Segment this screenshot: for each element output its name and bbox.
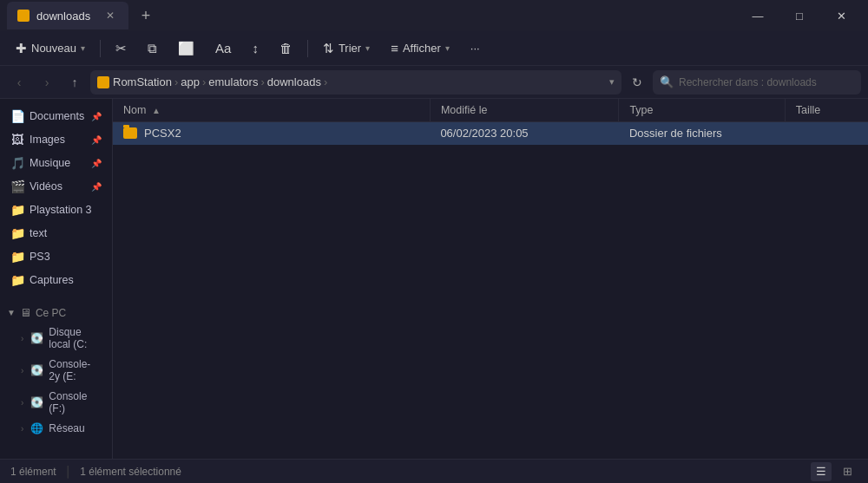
pin-icon-musique: 📌 [91, 159, 102, 168]
toolbar-separator-1 [100, 40, 101, 57]
console-f-icon: 💽 [30, 396, 43, 408]
toolbar-separator-2 [307, 40, 308, 57]
sidebar-item-ps3[interactable]: 📁 PS3 [3, 245, 108, 268]
view-button[interactable]: ≡ Afficher ▾ [382, 37, 458, 59]
item-count: 1 élément [10, 466, 56, 478]
copy-icon: ⧉ [148, 41, 157, 56]
refresh-button[interactable]: ↻ [625, 70, 649, 95]
sidebar-item-musique[interactable]: 🎵 Musique 📌 [3, 152, 108, 174]
move-icon: ↕ [252, 41, 259, 55]
console-2y-icon: 💽 [30, 364, 43, 376]
search-bar[interactable]: 🔍 [653, 70, 861, 95]
col-header-size[interactable]: Taille [785, 99, 868, 122]
detail-view-button[interactable]: ☰ [811, 462, 832, 481]
sidebar-item-playstation3[interactable]: 📁 Playstation 3 [3, 199, 108, 221]
cut-icon: ✂ [115, 41, 127, 56]
pin-icon-documents: 📌 [91, 112, 102, 121]
reseau-arrow-icon: › [21, 424, 23, 434]
file-name-wrapper: PCSX2 [123, 127, 419, 140]
images-icon: 🖼 [10, 133, 24, 147]
selected-count: 1 élément sélectionné [80, 466, 181, 478]
forward-button[interactable]: › [35, 70, 59, 95]
sort-button[interactable]: ⇅ Trier ▾ [314, 37, 378, 60]
address-path: RomStation › app › emulators › downloads… [113, 75, 330, 88]
back-button[interactable]: ‹ [7, 70, 31, 95]
delete-icon: 🗑 [279, 41, 293, 55]
toolbar: ✚ Nouveau ▾ ✂ ⧉ ⬜ Aa ↕ 🗑 ⇅ Trier ▾ ≡ Aff… [0, 31, 868, 66]
sidebar: 📄 Documents 📌 🖼 Images 📌 🎵 Musique 📌 🎬 V… [0, 99, 113, 459]
disk-c-icon: 💽 [30, 332, 43, 344]
delete-button[interactable]: 🗑 [271, 37, 301, 59]
new-button[interactable]: ✚ Nouveau ▾ [7, 37, 94, 60]
path-part-2: app [181, 75, 200, 88]
this-pc-arrow-icon: ▼ [7, 308, 16, 317]
copy-button[interactable]: ⧉ [139, 37, 166, 60]
tab-folder-icon [17, 10, 30, 22]
cut-button[interactable]: ✂ [107, 37, 135, 60]
sidebar-item-images[interactable]: 🖼 Images 📌 [3, 128, 108, 151]
rename-button[interactable]: Aa [207, 37, 240, 59]
file-table: Nom ▲ Modifié le Type Taille [113, 99, 868, 145]
path-part-1: RomStation [113, 75, 172, 88]
rename-icon: Aa [215, 41, 231, 55]
tab-close-button[interactable]: ✕ [102, 8, 118, 23]
disk-c-arrow-icon: › [21, 334, 23, 343]
reseau-icon: 🌐 [30, 422, 43, 434]
up-button[interactable]: ↑ [62, 70, 87, 95]
sidebar-item-documents[interactable]: 📄 Documents 📌 [3, 105, 108, 127]
file-name-cell: PCSX2 [113, 122, 430, 145]
col-header-type[interactable]: Type [619, 99, 785, 122]
sidebar-item-captures[interactable]: 📁 Captures [3, 269, 108, 291]
status-separator: │ [65, 466, 72, 478]
maximize-button[interactable]: □ [779, 2, 819, 29]
sidebar-item-disk-c[interactable]: › 💽 Disque local (C: [3, 323, 108, 354]
sidebar-item-text[interactable]: 📁 text [3, 222, 108, 245]
pin-icon-images: 📌 [91, 135, 102, 145]
ps3-folder-icon: 📁 [10, 250, 24, 264]
sidebar-item-console-2y[interactable]: › 💽 Console-2y (E: [3, 355, 108, 386]
col-header-name[interactable]: Nom ▲ [113, 99, 430, 122]
playstation3-folder-icon: 📁 [10, 203, 24, 217]
close-button[interactable]: ✕ [821, 2, 861, 29]
address-folder-icon [97, 76, 109, 88]
status-bar-right: ☰ ⊞ [811, 462, 858, 481]
file-modified-cell: 06/02/2023 20:05 [430, 122, 619, 145]
title-bar: downloads ✕ + — □ ✕ [0, 0, 868, 31]
this-pc-section[interactable]: ▼ 🖥 Ce PC [0, 301, 112, 322]
address-bar[interactable]: RomStation › app › emulators › downloads… [90, 70, 621, 95]
paste-button[interactable]: ⬜ [169, 37, 203, 60]
documents-icon: 📄 [10, 109, 24, 123]
plus-icon: ✚ [16, 41, 27, 56]
tab-title: downloads [36, 10, 95, 23]
this-pc-icon: 🖥 [20, 306, 31, 319]
pin-icon-videos: 📌 [91, 182, 102, 192]
minimize-button[interactable]: — [738, 2, 778, 29]
search-input[interactable] [679, 76, 854, 88]
search-icon: 🔍 [660, 75, 674, 88]
tab-downloads[interactable]: downloads ✕ [7, 2, 128, 29]
path-part-3: emulators [208, 75, 258, 88]
musique-icon: 🎵 [10, 156, 24, 170]
captures-folder-icon: 📁 [10, 273, 24, 287]
more-button[interactable]: ··· [462, 38, 489, 58]
file-content: Nom ▲ Modifié le Type Taille [113, 99, 868, 459]
console-f-arrow-icon: › [21, 398, 23, 408]
grid-view-button[interactable]: ⊞ [837, 462, 858, 481]
sort-arrow-icon: ▲ [152, 106, 161, 115]
sidebar-item-console-f[interactable]: › 💽 Console (F:) [3, 387, 108, 418]
address-chevron-icon: ▾ [609, 76, 615, 88]
status-bar: 1 élément │ 1 élément sélectionné ☰ ⊞ [0, 459, 868, 483]
sidebar-item-reseau[interactable]: › 🌐 Réseau [3, 419, 108, 438]
move-button[interactable]: ↕ [243, 37, 267, 59]
new-tab-button[interactable]: + [132, 2, 160, 29]
sort-icon: ⇅ [323, 41, 334, 56]
table-row[interactable]: PCSX2 06/02/2023 20:05 Dossier de fichie… [113, 122, 868, 145]
console-2y-arrow-icon: › [21, 366, 23, 375]
col-header-modified[interactable]: Modifié le [430, 99, 619, 122]
view-icon: ≡ [391, 41, 398, 55]
text-folder-icon: 📁 [10, 226, 24, 240]
sidebar-item-videos[interactable]: 🎬 Vidéos 📌 [3, 175, 108, 198]
file-folder-icon [123, 127, 137, 139]
main-area: 📄 Documents 📌 🖼 Images 📌 🎵 Musique 📌 🎬 V… [0, 99, 868, 459]
sidebar-spacer [0, 292, 112, 301]
